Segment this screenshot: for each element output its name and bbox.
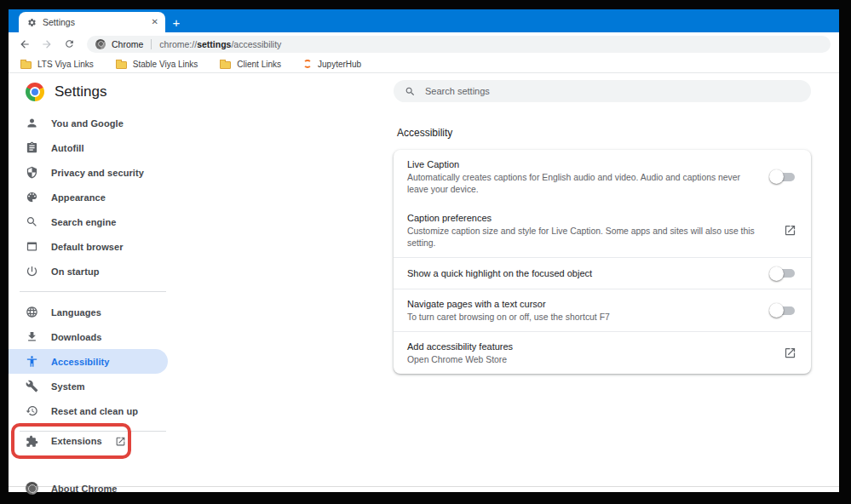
sidebar-item-appearance[interactable]: Appearance <box>9 185 172 209</box>
search-icon <box>26 215 38 228</box>
folder-icon <box>220 61 231 69</box>
bookmarks-bar: LTS Viya Links Stable Viya Links Client … <box>9 55 839 73</box>
new-tab-button[interactable]: + <box>165 12 187 32</box>
settings-main: Accessibility Live Caption Automatically… <box>172 73 839 486</box>
sidebar-item-accessibility[interactable]: Accessibility <box>9 349 168 374</box>
tab-strip: Settings ✕ + <box>9 9 839 32</box>
sidebar-item-system[interactable]: System <box>9 374 172 398</box>
sidebar-item-autofill[interactable]: Autofill <box>9 135 172 160</box>
page-title: Settings <box>55 83 106 100</box>
sidebar-item-search-engine[interactable]: Search engine <box>9 209 172 234</box>
sidebar-divider <box>20 431 166 432</box>
chrome-outline-icon <box>26 482 38 495</box>
sidebar-divider <box>20 291 166 292</box>
power-icon <box>26 265 38 278</box>
tab-settings[interactable]: Settings ✕ <box>19 12 165 32</box>
screenshot-frame: Settings ✕ + Chrome chrome://settings/ac… <box>0 0 851 504</box>
browser-window-icon <box>26 240 38 253</box>
bookmark-client-links[interactable]: Client Links <box>220 60 281 69</box>
bookmark-jupyterhub[interactable]: JupyterHub <box>303 60 361 69</box>
jupyterhub-icon <box>303 60 312 68</box>
setting-row-caret-browsing: Navigate pages with a text cursor To tur… <box>394 289 811 331</box>
address-separator <box>151 39 152 49</box>
reload-button[interactable] <box>60 35 78 54</box>
wrench-icon <box>26 380 38 392</box>
sidebar-header: Settings <box>9 73 172 111</box>
sidebar-item-you-and-google[interactable]: You and Google <box>9 111 172 135</box>
bookmark-lts-viya-links[interactable]: LTS Viya Links <box>20 60 94 69</box>
toolbar: Chrome chrome://settings/accessibility <box>9 32 839 55</box>
focus-highlight-toggle[interactable] <box>772 269 795 278</box>
sidebar-item-default-browser[interactable]: Default browser <box>9 234 172 259</box>
accessibility-icon <box>26 355 38 368</box>
forward-button[interactable] <box>37 35 56 54</box>
puzzle-icon <box>26 435 38 448</box>
shield-icon <box>26 166 38 179</box>
sidebar-item-about-chrome[interactable]: About Chrome <box>9 476 172 501</box>
external-link-icon[interactable] <box>784 224 796 237</box>
download-icon <box>26 330 38 343</box>
sidebar-item-languages[interactable]: Languages <box>9 300 172 324</box>
setting-row-caption-preferences[interactable]: Caption preferences Customize caption si… <box>394 203 811 257</box>
search-icon <box>405 86 416 97</box>
folder-icon <box>116 61 127 69</box>
settings-search-bar[interactable] <box>394 80 811 102</box>
setting-row-add-accessibility-features[interactable]: Add accessibility features Open Chrome W… <box>394 331 811 374</box>
back-button[interactable] <box>15 35 34 54</box>
clipboard-icon <box>26 141 38 154</box>
globe-icon <box>26 306 38 318</box>
person-icon <box>26 117 38 129</box>
folder-icon <box>20 61 32 69</box>
red-highlight-box: Extensions <box>11 423 131 459</box>
tab-title: Settings <box>43 17 146 27</box>
section-heading: Accessibility <box>397 127 811 139</box>
external-link-icon[interactable] <box>784 346 796 359</box>
sidebar-item-privacy-and-security[interactable]: Privacy and security <box>9 160 172 185</box>
setting-row-live-caption: Live Caption Automatically creates capti… <box>394 150 811 203</box>
sidebar-item-reset-and-clean-up[interactable]: Reset and clean up <box>9 398 172 423</box>
sidebar-item-extensions[interactable]: Extensions <box>14 435 128 448</box>
chrome-page-icon <box>95 39 106 49</box>
browser-window: Settings ✕ + Chrome chrome://settings/ac… <box>9 9 839 492</box>
chrome-logo-icon <box>26 83 44 101</box>
accessibility-card: Live Caption Automatically creates capti… <box>394 150 811 374</box>
external-link-icon <box>115 436 126 447</box>
gear-icon <box>27 18 37 27</box>
palette-icon <box>26 191 38 203</box>
page-content: Settings You and Google Autofill Privacy… <box>9 73 839 486</box>
caret-browsing-toggle[interactable] <box>772 306 795 315</box>
sidebar-item-on-startup[interactable]: On startup <box>9 259 172 284</box>
tab-close-icon[interactable]: ✕ <box>152 18 158 26</box>
address-bar[interactable]: Chrome chrome://settings/accessibility <box>87 36 831 53</box>
address-engine-label: Chrome <box>112 39 143 49</box>
address-url: chrome://settings/accessibility <box>159 39 281 49</box>
search-settings-input[interactable] <box>425 86 800 96</box>
history-icon <box>26 404 38 417</box>
settings-sidebar: Settings You and Google Autofill Privacy… <box>9 73 172 486</box>
bookmark-stable-viya-links[interactable]: Stable Viya Links <box>116 60 198 69</box>
live-caption-toggle[interactable] <box>772 173 795 181</box>
setting-row-focus-highlight: Show a quick highlight on the focused ob… <box>394 257 811 289</box>
sidebar-item-downloads[interactable]: Downloads <box>9 324 172 349</box>
